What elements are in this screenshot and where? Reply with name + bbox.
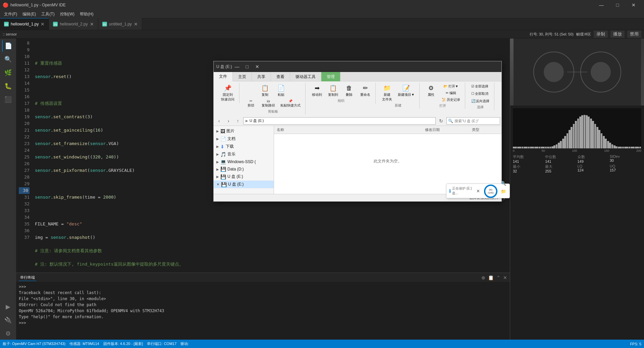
fe-btn-copy-path[interactable]: 🗂 复制路径 — [260, 98, 277, 109]
sidebar-icon-search[interactable]: 🔍 — [2, 53, 14, 65]
new-item-icon: 📝 — [402, 84, 410, 92]
sidebar-icon-connect[interactable]: 🔌 — [2, 314, 14, 326]
fe-btn-copy-to[interactable]: 📋 复制到 — [326, 83, 340, 98]
fe-tab-share[interactable]: 共享 — [252, 72, 271, 81]
fe-maximize-button[interactable]: □ — [242, 63, 252, 71]
open-label: 打开 — [439, 103, 446, 108]
fe-btn-move[interactable]: ➡ 移动到 — [310, 83, 324, 98]
sidebar-icon-settings[interactable]: ⚙ — [2, 328, 14, 340]
fe-tab-home[interactable]: 主页 — [233, 72, 252, 81]
fe-tree-downloads[interactable]: ▶ ⬇ 下载 — [214, 143, 274, 150]
terminal-line-6: Type "help()" for more information. — [19, 314, 507, 320]
fe-minimize-button[interactable]: — — [232, 63, 242, 71]
storage-folder-icon[interactable]: 📁 — [500, 188, 507, 195]
fe-btn-history[interactable]: 📜 历史记录 — [440, 97, 462, 103]
col-date[interactable]: 修改日期 — [425, 127, 472, 132]
record-button[interactable]: 录制 — [594, 30, 608, 38]
sidebar-icon-files[interactable]: 📄 — [2, 40, 14, 52]
fe-btn-select-all[interactable]: ☑ 全部选择 — [469, 83, 491, 89]
menu-edit[interactable]: 编辑(E) — [20, 10, 39, 18]
menu-tools[interactable]: 工具(T) — [39, 10, 57, 18]
tab-label-2: helloworld_2.py — [60, 22, 88, 26]
terminal-panel: 串行终端 ⊕ 📋 ⌃ ✕ >>> Traceback (most recent … — [16, 273, 510, 340]
terminal-line-3: File "<stdin>", line 30, in <module> — [19, 296, 507, 302]
fe-tab-view[interactable]: 查看 — [271, 72, 290, 81]
terminal-icon-copy[interactable]: 📋 — [488, 275, 494, 280]
tab-close-1[interactable]: ✕ — [41, 21, 45, 27]
fe-btn-paste[interactable]: 📄 粘贴 — [274, 83, 288, 98]
playback-button[interactable]: 播放 — [610, 30, 625, 38]
fe-forward-button[interactable]: › — [224, 117, 232, 125]
fe-btn-pin[interactable]: 📌 固定到快速访问 — [219, 83, 236, 102]
fe-btn-deselect-all[interactable]: ☐ 全部取消 — [469, 91, 491, 97]
col-name[interactable]: 名称 — [277, 127, 425, 132]
disable-button[interactable]: 禁用 — [627, 30, 641, 38]
file-explorer: U 盘 (E:) — □ ✕ 文件 主页 共享 查看 驱动器工具 管理 📌 固定… — [213, 61, 502, 202]
fe-back-button[interactable]: ‹ — [215, 117, 223, 125]
status-board: 板子: OpenMV Cam H7 (STM32H743) — [3, 341, 65, 346]
fe-tab-file[interactable]: 文件 — [214, 72, 233, 81]
fe-btn-invert-select[interactable]: 🔄 反向选择 — [469, 98, 492, 104]
terminal-content[interactable]: >>> Traceback (most recent call last): F… — [16, 282, 510, 340]
minimize-button[interactable]: — — [594, 0, 609, 10]
tab-close-2[interactable]: ✕ — [90, 21, 94, 27]
terminal-icon-new[interactable]: ⊕ — [481, 275, 485, 280]
storage-export-icon[interactable]: ↗ — [500, 196, 507, 203]
terminal-expand[interactable]: ⌃ — [496, 275, 500, 280]
menu-help[interactable]: 帮助(H) — [77, 10, 96, 18]
editor-buffer: 帧缓冲区 — [576, 32, 591, 37]
fe-btn-copy[interactable]: 📋 复制 — [258, 83, 272, 98]
tab-close-3[interactable]: ✕ — [134, 21, 138, 27]
tab-helloworld1[interactable]: py helloworld_1.py ✕ — [0, 18, 49, 30]
stat-stdev: StDev 30 — [610, 154, 641, 163]
menu-file[interactable]: 文件(F) — [1, 10, 20, 18]
terminal-close[interactable]: ✕ — [503, 275, 507, 280]
fe-tree-documents[interactable]: ▶ 📄 文档 — [214, 135, 274, 143]
close-button[interactable]: ✕ — [626, 0, 641, 10]
sidebar-icon-run[interactable]: ▶ — [2, 301, 14, 313]
fe-close-button[interactable]: ✕ — [252, 63, 262, 71]
tab-helloworld2[interactable]: py helloworld_2.py ✕ — [49, 18, 98, 30]
fe-address-input[interactable]: ▶ U 盘 (E:) — [243, 117, 436, 125]
fe-tree-data-d[interactable]: ▶ 💾 Data (D:) — [214, 165, 274, 173]
col-type[interactable]: 类型 — [472, 127, 499, 132]
fe-btn-edit[interactable]: ✏ 编辑 — [440, 90, 462, 96]
terminal-line-7: >>> — [19, 320, 507, 326]
maximize-button[interactable]: □ — [610, 0, 625, 10]
fe-tree-music[interactable]: ▶ 🎵 音乐 — [214, 150, 274, 158]
fe-btn-new-folder[interactable]: 📁 新建文件夹 — [380, 83, 394, 102]
menu-control[interactable]: 控制(W) — [57, 10, 77, 18]
storage-close[interactable]: ✕ — [475, 188, 481, 194]
tab-icon-3: py — [102, 22, 107, 26]
image-placeholder — [510, 39, 644, 106]
fe-tree-pictures[interactable]: ▶ 🖼 图片 — [214, 127, 274, 135]
fe-search-box[interactable]: 🔍 — [446, 117, 500, 125]
storage-search-icon[interactable]: 🔍 — [500, 180, 507, 187]
fe-btn-properties[interactable]: ⚙ 属性 — [424, 83, 438, 103]
fe-btn-rename[interactable]: ✏ 重命名 — [358, 83, 373, 98]
fe-btn-paste-shortcut[interactable]: 📌 粘贴快捷方式 — [278, 98, 303, 109]
fe-address-path: U 盘 (E:) — [250, 118, 264, 123]
fe-btn-delete[interactable]: 🗑 删除 — [342, 83, 357, 98]
terminal-line-5: OpenMV 526a704; MicroPython 61fbdadd; OP… — [19, 308, 507, 314]
fe-up-button[interactable]: ↑ — [234, 117, 242, 125]
fe-ribbon-group-select: ☑ 全部选择 ☐ 全部取消 🔄 反向选择 选择 — [467, 83, 495, 110]
fe-tab-manage[interactable]: 管理 — [321, 72, 340, 81]
tab-untitled[interactable]: py untitled_1.py ✕ — [98, 18, 142, 30]
delete-icon: 🗑 — [345, 84, 353, 92]
sidebar-icon-git[interactable]: 🌿 — [2, 67, 14, 79]
fe-tree-udisk-e2[interactable]: ▼ 💾 U 盘 (E:) — [214, 181, 274, 188]
sidebar-icon-extensions[interactable]: ⬛ — [2, 93, 14, 106]
fe-btn-new-item[interactable]: 📝 新建项目▼ — [396, 83, 417, 102]
fe-tab-drive-tools[interactable]: 驱动器工具 — [290, 72, 321, 81]
editor-status-bar: :: sensor 行号: 30, 列号: 51 (Sel: 50) 帧缓冲区 … — [0, 30, 644, 39]
fe-search-input[interactable] — [454, 119, 498, 123]
fe-tree-windows-ssd[interactable]: ▶ 💻 Windows-SSD ( — [214, 158, 274, 165]
histogram-x-labels: 0 50 100 150 200 — [513, 149, 641, 152]
fe-btn-cut[interactable]: ✂ 剪切 — [244, 98, 258, 109]
terminal-tab-serial[interactable]: 串行终端 — [19, 274, 36, 281]
sidebar-icon-debug[interactable]: 🐛 — [2, 80, 14, 92]
fe-refresh-button[interactable]: ↻ — [437, 117, 445, 125]
fe-tree-udisk-e1[interactable]: ▶ 💾 U 盘 (E:) — [214, 173, 274, 181]
fe-btn-open[interactable]: 📂 打开▼ — [440, 83, 462, 89]
